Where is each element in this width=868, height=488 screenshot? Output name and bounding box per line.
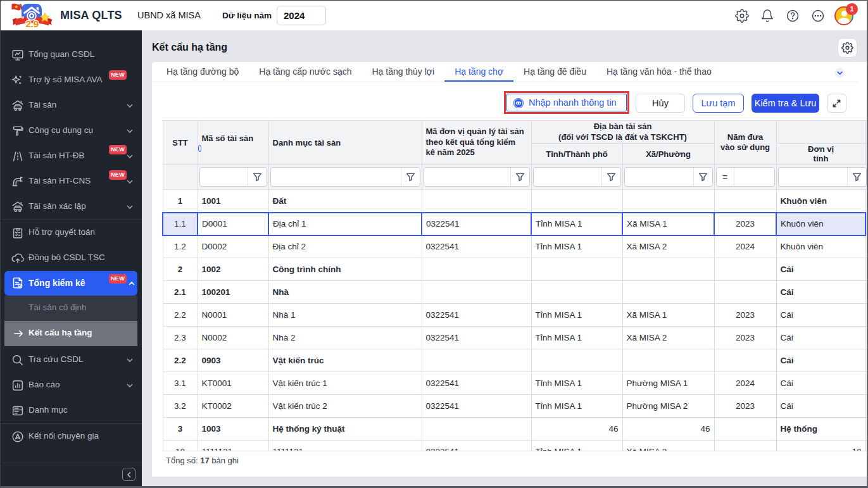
svg-text:2.9: 2.9 [25,18,39,29]
